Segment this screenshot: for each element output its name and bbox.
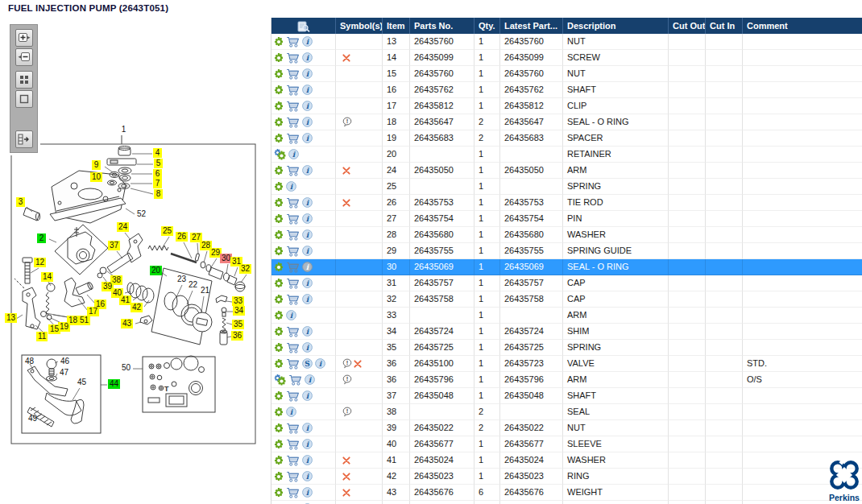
info-icon[interactable]: i bbox=[302, 229, 313, 240]
add-to-cart-icon[interactable] bbox=[286, 117, 300, 128]
gear-icon[interactable] bbox=[274, 359, 284, 369]
diagram-callout-41[interactable]: 41 bbox=[119, 295, 131, 305]
table-row-item-36[interactable]: Si!3626435100126435723VALVESTD. bbox=[271, 356, 862, 372]
table-row-item-16[interactable]: i1626435762126435762SHAFT bbox=[271, 82, 862, 98]
info-icon[interactable]: i bbox=[302, 52, 313, 63]
add-to-cart-icon[interactable] bbox=[286, 342, 300, 353]
table-row-item-43[interactable]: i4326435676626435676WEIGHT bbox=[271, 485, 862, 501]
add-to-cart-icon[interactable] bbox=[286, 85, 300, 96]
gear-icon[interactable] bbox=[274, 440, 284, 449]
info-icon[interactable]: i bbox=[302, 133, 313, 143]
diagram-callout-7[interactable]: 7 bbox=[153, 179, 162, 188]
diagram-callout-42[interactable]: 42 bbox=[131, 303, 143, 312]
table-row-item-20[interactable]: i201RETAINER bbox=[271, 147, 862, 163]
table-row-item-32[interactable]: i3226435758126435758CAP bbox=[271, 291, 862, 308]
zoom-out-button[interactable] bbox=[15, 48, 33, 66]
info-icon[interactable]: i bbox=[286, 310, 296, 320]
table-row-item-42[interactable]: i4226435023126435023RING bbox=[271, 469, 862, 485]
info-icon[interactable]: i bbox=[305, 374, 315, 385]
info-icon[interactable]: i bbox=[286, 181, 296, 192]
add-to-cart-icon[interactable] bbox=[286, 390, 300, 402]
diagram-callout-3[interactable]: 3 bbox=[16, 197, 25, 207]
add-to-cart-icon[interactable] bbox=[286, 213, 300, 225]
diagram-callout-37[interactable]: 37 bbox=[108, 241, 120, 250]
table-row-item-40[interactable]: i4026435677126435677SLEEVE bbox=[271, 436, 862, 452]
gear-icon[interactable] bbox=[274, 246, 284, 256]
add-to-cart-icon[interactable] bbox=[286, 246, 300, 257]
gear-icon[interactable] bbox=[274, 472, 284, 481]
column-header-latest-part[interactable]: Latest Part... bbox=[500, 18, 563, 34]
info-icon[interactable]: i bbox=[302, 68, 313, 79]
gear-icon[interactable] bbox=[274, 230, 284, 240]
gear-icon[interactable] bbox=[274, 391, 284, 401]
info-icon[interactable]: i bbox=[302, 85, 313, 95]
add-to-cart-icon[interactable] bbox=[286, 229, 300, 241]
diagram-callout-13[interactable]: 13 bbox=[5, 313, 17, 323]
gear-icon[interactable] bbox=[274, 118, 284, 127]
add-to-cart-icon[interactable] bbox=[286, 133, 300, 144]
diagram-callout-33[interactable]: 33 bbox=[232, 296, 244, 306]
gear-icon[interactable] bbox=[274, 85, 284, 95]
single-view-button[interactable] bbox=[15, 90, 33, 108]
info-icon[interactable]: i bbox=[302, 390, 313, 401]
table-row-item-34[interactable]: i3426435724126435724SHIM bbox=[271, 324, 862, 340]
gear-icon[interactable] bbox=[274, 262, 284, 272]
diagram-callout-5[interactable]: 5 bbox=[154, 159, 163, 168]
diagram-callout-44[interactable]: 44 bbox=[108, 379, 120, 389]
table-row-item-26[interactable]: i2626435753126435753TIE ROD bbox=[271, 195, 862, 211]
add-to-cart-icon[interactable] bbox=[286, 423, 300, 434]
add-to-cart-icon[interactable] bbox=[286, 165, 300, 176]
info-icon[interactable]: i bbox=[302, 294, 313, 304]
diagram-callout-11[interactable]: 11 bbox=[36, 332, 48, 341]
diagram-callout-51[interactable]: 51 bbox=[78, 316, 90, 325]
table-row-item-18[interactable]: i!1826435647226435647SEAL - O RING bbox=[271, 114, 862, 130]
diagram-callout-2[interactable]: 2 bbox=[37, 233, 46, 243]
gear-icon[interactable] bbox=[274, 166, 284, 176]
table-row-item-37[interactable]: i3726435048126435048SHAFT bbox=[271, 388, 862, 404]
table-row-item-33[interactable]: i331ARM bbox=[271, 308, 862, 324]
table-row-item-29[interactable]: i2926435755126435755SPRING GUIDE bbox=[271, 243, 862, 259]
gear-icon[interactable] bbox=[274, 488, 284, 498]
add-to-cart-icon[interactable] bbox=[286, 487, 300, 498]
column-header-comment[interactable]: Comment bbox=[743, 18, 862, 34]
column-header-icons[interactable] bbox=[271, 18, 336, 34]
table-row-item-15[interactable]: i1526435760126435760NUT bbox=[271, 66, 862, 82]
table-row-item-38[interactable]: i!382SEAL bbox=[271, 404, 862, 420]
info-icon[interactable]: i bbox=[302, 101, 313, 111]
info-icon[interactable]: i bbox=[302, 423, 313, 433]
gear-icon[interactable] bbox=[274, 327, 284, 337]
diagram-callout-9[interactable]: 9 bbox=[92, 160, 101, 170]
add-to-cart-icon[interactable] bbox=[286, 439, 300, 450]
diagram-callout-25[interactable]: 25 bbox=[161, 226, 173, 236]
table-row-item-17[interactable]: i1726435812126435812CLIP bbox=[271, 98, 862, 114]
table-row-item-14[interactable]: i1426435099126435099SCREW bbox=[271, 50, 862, 66]
gear-icon[interactable] bbox=[274, 407, 284, 417]
gear-icon[interactable] bbox=[274, 53, 284, 63]
diagram-callout-20[interactable]: 20 bbox=[150, 266, 162, 275]
info-icon[interactable]: i bbox=[302, 326, 313, 337]
table-row-item-36[interactable]: i!3626435796126435796ARMO/S bbox=[271, 372, 862, 388]
add-to-cart-icon[interactable] bbox=[286, 52, 300, 64]
diagram-callout-12[interactable]: 12 bbox=[34, 258, 46, 267]
zoom-in-button[interactable] bbox=[15, 29, 33, 47]
table-row-item-24[interactable]: i2426435050126435050ARM bbox=[271, 163, 862, 179]
table-row-item-19[interactable]: i1926435683226435683SPACER bbox=[271, 130, 862, 147]
diagram-callout-10[interactable]: 10 bbox=[90, 172, 102, 182]
column-header-cut-out[interactable]: Cut Out bbox=[669, 18, 706, 34]
double-gear-icon[interactable] bbox=[274, 374, 286, 386]
info-icon[interactable]: i bbox=[302, 117, 313, 127]
add-to-cart-icon[interactable] bbox=[286, 278, 300, 289]
diagram-callout-24[interactable]: 24 bbox=[117, 222, 129, 232]
table-row-item-39[interactable]: i3926435022226435022NUT bbox=[271, 420, 862, 436]
add-to-cart-icon[interactable] bbox=[286, 262, 300, 273]
diagram-callout-8[interactable]: 8 bbox=[154, 189, 163, 199]
add-to-cart-icon[interactable] bbox=[286, 294, 300, 305]
add-to-cart-icon[interactable] bbox=[286, 36, 300, 48]
add-to-cart-icon[interactable] bbox=[286, 471, 300, 482]
gear-icon[interactable] bbox=[274, 101, 284, 111]
info-icon[interactable]: i bbox=[302, 487, 313, 498]
info-icon[interactable]: i bbox=[302, 455, 313, 465]
table-row-item-35[interactable]: i3526435725126435725SPRING bbox=[271, 340, 862, 356]
gear-icon[interactable] bbox=[274, 456, 284, 465]
add-to-cart-icon[interactable] bbox=[286, 101, 300, 112]
